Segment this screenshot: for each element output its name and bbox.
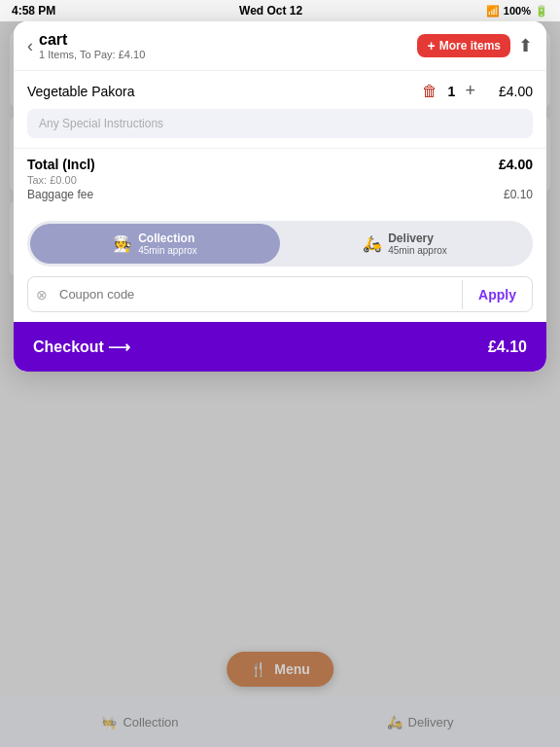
status-bar: 4:58 PM Wed Oct 12 📶 100% 🔋 <box>0 0 560 21</box>
delivery-toggle: 🧑‍🍳 Collection 45min approx 🛵 Delivery 4… <box>27 221 533 267</box>
delivery-label: Delivery <box>388 231 434 245</box>
baggage-value: £0.10 <box>504 188 533 201</box>
back-button[interactable]: ‹ <box>27 36 33 56</box>
menu-fab-label: Menu <box>274 661 310 677</box>
tax-row: Tax: £0.00 <box>27 174 533 186</box>
special-instructions-placeholder: Any Special Instructions <box>39 117 163 130</box>
total-label: Total (Incl) <box>27 157 95 172</box>
delivery-tab-icon: 🛵 <box>387 715 402 729</box>
checkout-button[interactable]: Checkout ⟶ £4.10 <box>14 322 546 372</box>
total-row: Total (Incl) £4.00 <box>27 157 533 172</box>
collection-tab-icon: 🧑‍🍳 <box>101 715 117 729</box>
cart-item-price: £4.00 <box>499 84 533 99</box>
coupon-icon: ⊗ <box>28 287 55 302</box>
battery-icon: 🔋 <box>535 5 548 18</box>
checkout-label: Checkout ⟶ <box>33 338 130 356</box>
collection-icon: 🧑‍🍳 <box>113 234 132 253</box>
tax-label: Tax: £0.00 <box>27 174 77 186</box>
more-items-button[interactable]: + More items <box>417 34 510 57</box>
total-value: £4.00 <box>499 157 533 172</box>
collection-label: Collection <box>138 231 194 245</box>
baggage-row: Baggage fee £0.10 <box>27 188 533 201</box>
coupon-input[interactable] <box>55 277 462 311</box>
collection-approx: 45min approx <box>138 245 197 256</box>
special-instructions-input[interactable]: Any Special Instructions <box>27 109 533 138</box>
cart-item-row: Vegetable Pakora 🗑 1 + £4.00 <box>14 71 546 105</box>
bottom-tab-collection[interactable]: 🧑‍🍳 Collection <box>0 715 280 729</box>
collection-tab-label: Collection <box>122 715 178 729</box>
menu-fab-button[interactable]: 🍴 Menu <box>227 652 333 687</box>
bottom-bar: 🧑‍🍳 Collection 🛵 Delivery <box>0 696 560 747</box>
coupon-row: ⊗ Apply <box>27 276 533 312</box>
apply-button[interactable]: Apply <box>463 287 532 302</box>
baggage-label: Baggage fee <box>27 188 93 201</box>
fork-knife-icon: 🍴 <box>250 661 266 677</box>
cart-title: cart <box>39 31 417 49</box>
plus-icon: + <box>427 38 435 53</box>
collection-text: Collection 45min approx <box>138 231 197 256</box>
cart-panel: ‹ cart 1 Items, To Pay: £4.10 + More ite… <box>14 21 546 372</box>
delivery-icon: 🛵 <box>363 234 382 253</box>
delivery-tab-label: Delivery <box>408 715 454 729</box>
delivery-option[interactable]: 🛵 Delivery 45min approx <box>280 224 530 264</box>
cart-item-name: Vegetable Pakora <box>27 84 422 99</box>
wifi-icon: 📶 <box>486 5 500 18</box>
more-items-label: More items <box>439 39 501 53</box>
cart-subtitle: 1 Items, To Pay: £4.10 <box>39 49 417 60</box>
quantity-decrease-button[interactable]: 🗑 <box>422 83 438 100</box>
status-date: Wed Oct 12 <box>239 4 302 18</box>
quantity-increase-button[interactable]: + <box>465 81 475 101</box>
collection-option[interactable]: 🧑‍🍳 Collection 45min approx <box>30 224 280 264</box>
cart-header: ‹ cart 1 Items, To Pay: £4.10 + More ite… <box>14 21 546 71</box>
status-icons: 📶 100% 🔋 <box>486 5 548 18</box>
cart-title-block: cart 1 Items, To Pay: £4.10 <box>39 31 417 60</box>
quantity-control: 🗑 1 + <box>422 81 475 101</box>
totals-section: Total (Incl) £4.00 Tax: £0.00 Baggage fe… <box>14 148 546 211</box>
delivery-approx: 45min approx <box>388 245 447 256</box>
quantity-value: 1 <box>443 84 459 99</box>
bottom-tab-delivery[interactable]: 🛵 Delivery <box>280 715 560 729</box>
checkout-amount: £4.10 <box>488 338 527 356</box>
battery-label: 100% <box>504 5 531 17</box>
status-time: 4:58 PM <box>12 4 55 18</box>
share-icon[interactable]: ⬆ <box>518 35 533 56</box>
delivery-text: Delivery 45min approx <box>388 231 447 256</box>
